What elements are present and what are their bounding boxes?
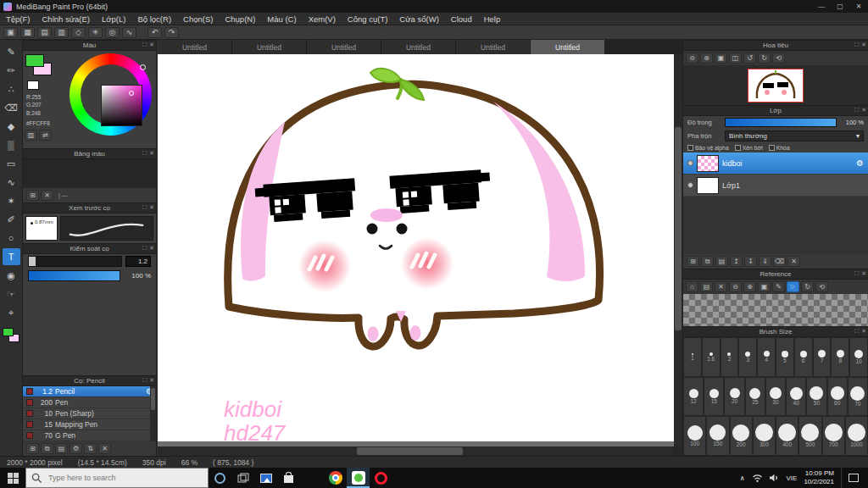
menu-item-11[interactable]: Help	[478, 13, 507, 25]
merge-layer-icon[interactable]: ⇓	[759, 256, 771, 267]
menu-item-4[interactable]: Chọn(S)	[177, 13, 219, 25]
zoom-out-icon[interactable]: ⊖	[729, 281, 742, 292]
brush-size-100[interactable]: 100	[683, 416, 706, 456]
brush-size-10[interactable]: 10	[849, 337, 868, 377]
rotate-right-icon[interactable]: ↻	[758, 53, 771, 64]
brush-size-50[interactable]: 50	[806, 377, 826, 417]
zoom-in-icon[interactable]: ⊕	[700, 53, 713, 64]
menu-item-2[interactable]: Lớp(L)	[96, 13, 131, 25]
layer-check-2[interactable]: Khóa	[769, 145, 790, 151]
snap-parallel-icon[interactable]: ▤	[37, 27, 52, 38]
menu-item-0[interactable]: Tệp(F)	[0, 13, 36, 25]
canvas-horizontal-scrollbar[interactable]	[158, 446, 674, 456]
checkbox-icon[interactable]	[735, 145, 741, 151]
menu-item-6[interactable]: Màu (C)	[261, 13, 302, 25]
close-panel-icon[interactable]: ✕	[861, 107, 866, 114]
float-panel-icon[interactable]: ⛶	[854, 107, 859, 114]
medibang-app-button[interactable]	[347, 468, 370, 488]
menu-item-9[interactable]: Cửa sổ(W)	[393, 13, 444, 25]
brush-size-40[interactable]: 40	[786, 377, 806, 417]
add-swatch-icon[interactable]: ⊞	[26, 190, 39, 201]
gradient-tool-icon[interactable]: ▒	[3, 136, 20, 153]
clear-layer-icon[interactable]: ⌫	[773, 256, 786, 267]
brush-size-30[interactable]: 30	[765, 377, 786, 417]
saturation-value-box[interactable]	[101, 85, 142, 126]
brush-size-value[interactable]: 1.2	[125, 256, 151, 267]
brush-size-700[interactable]: 700	[822, 416, 845, 456]
canvas-tab-3[interactable]: Untitled	[381, 40, 456, 54]
text-tool-icon[interactable]: T	[3, 248, 20, 265]
lasso-tool-icon[interactable]: ∿	[3, 174, 20, 191]
float-panel-icon[interactable]: ⛶	[142, 377, 147, 384]
zoom-in-icon[interactable]: ⊕	[743, 281, 756, 292]
menu-item-1[interactable]: Chỉnh sửa(E)	[36, 13, 97, 25]
drawing-canvas[interactable]: kidboi hd247	[158, 54, 674, 441]
brush-size-slider[interactable]	[28, 256, 122, 267]
add-layer-icon[interactable]: ⊞	[687, 256, 699, 267]
snap-circle-icon[interactable]: ◎	[105, 27, 120, 38]
add-brush-icon[interactable]: ⊞	[26, 443, 39, 454]
brush-row-3[interactable]: 15Mapping Pen	[23, 419, 156, 430]
open-image-icon[interactable]: ▤	[700, 281, 713, 292]
float-panel-icon[interactable]: ⛶	[854, 328, 859, 335]
blend-mode-select[interactable]: Bình thường ▾	[725, 130, 864, 141]
brush-opacity-slider[interactable]	[28, 270, 120, 281]
shape-tool-icon[interactable]: ○	[3, 230, 20, 247]
magic-wand-tool-icon[interactable]: ✶	[3, 192, 20, 209]
brush-size-25[interactable]: 25	[745, 377, 765, 417]
delete-brush-icon[interactable]: ✕	[98, 443, 111, 454]
brush-size-3[interactable]: 3	[738, 337, 757, 377]
canvas-tab-0[interactable]: Untitled	[158, 40, 232, 54]
layer-opacity-slider[interactable]	[725, 118, 837, 127]
actual-size-icon[interactable]: ◫	[729, 53, 742, 64]
taskbar-clock[interactable]: 10:09 PM 10/2/2021	[804, 469, 834, 486]
fit-window-icon[interactable]: ▣	[715, 53, 727, 64]
menu-item-10[interactable]: Cloud	[445, 13, 478, 25]
close-panel-icon[interactable]: ✕	[149, 42, 154, 48]
foreground-background-colors[interactable]	[3, 328, 20, 350]
canvas-tab-2[interactable]: Untitled	[307, 40, 381, 54]
color-wheel[interactable]	[70, 53, 152, 136]
close-panel-icon[interactable]: ✕	[861, 270, 866, 277]
task-view-button[interactable]	[231, 468, 254, 488]
close-panel-icon[interactable]: ✕	[861, 42, 866, 48]
snap-curve-icon[interactable]: ∿	[122, 27, 136, 38]
brush-size-4[interactable]: 4	[757, 337, 776, 377]
select-pen-tool-icon[interactable]: ✐	[3, 211, 20, 228]
canvas-tab-5[interactable]: Untitled	[531, 40, 605, 54]
reference-image-area[interactable]	[683, 294, 868, 326]
brush-size-200[interactable]: 200	[730, 416, 753, 456]
brush-row-4[interactable]: 70G Pen	[23, 430, 156, 441]
fit-icon[interactable]: ▣	[758, 281, 771, 292]
reset-icon[interactable]: ⟲	[815, 281, 828, 292]
canvas-vertical-scrollbar[interactable]	[674, 54, 682, 446]
canvas-viewport[interactable]: kidboi hd247	[158, 54, 674, 446]
brush-row-1[interactable]: 200Pen	[23, 397, 156, 408]
layer-folder-icon[interactable]: ▤	[715, 256, 728, 267]
checkbox-icon[interactable]	[769, 145, 775, 151]
start-button[interactable]	[0, 468, 25, 488]
navigator-preview-area[interactable]	[683, 65, 868, 105]
brush-size-20[interactable]: 20	[724, 377, 744, 417]
brush-size-150[interactable]: 150	[706, 416, 729, 456]
brush-size-1000[interactable]: 1000	[845, 416, 868, 456]
float-panel-icon[interactable]: ⛶	[142, 150, 147, 157]
reset-view-icon[interactable]: ⟲	[772, 53, 785, 64]
minimize-button[interactable]: —	[812, 0, 831, 13]
brush-size-300[interactable]: 300	[753, 416, 776, 456]
close-image-icon[interactable]: ✕	[715, 281, 727, 292]
brush-size-60[interactable]: 60	[827, 377, 848, 417]
eraser-tool-icon[interactable]: ⌫	[3, 99, 20, 116]
foreground-color-swatch[interactable]	[3, 328, 14, 336]
swap-color-icon[interactable]: ⇄	[39, 130, 52, 141]
brush-size-400[interactable]: 400	[776, 416, 798, 456]
layer-up-icon[interactable]: ↥	[730, 256, 743, 267]
close-panel-icon[interactable]: ✕	[149, 204, 154, 211]
float-panel-icon[interactable]: ⛶	[142, 245, 147, 252]
opera-app-button[interactable]	[370, 468, 392, 488]
menu-item-5[interactable]: Chụp(N)	[219, 13, 261, 25]
layer-visibility-icon[interactable]	[687, 160, 693, 166]
transparent-color-icon[interactable]: ▨	[25, 130, 37, 141]
redo-button[interactable]: ↷	[164, 27, 179, 38]
snap-vanish-icon[interactable]: ◇	[71, 27, 86, 38]
